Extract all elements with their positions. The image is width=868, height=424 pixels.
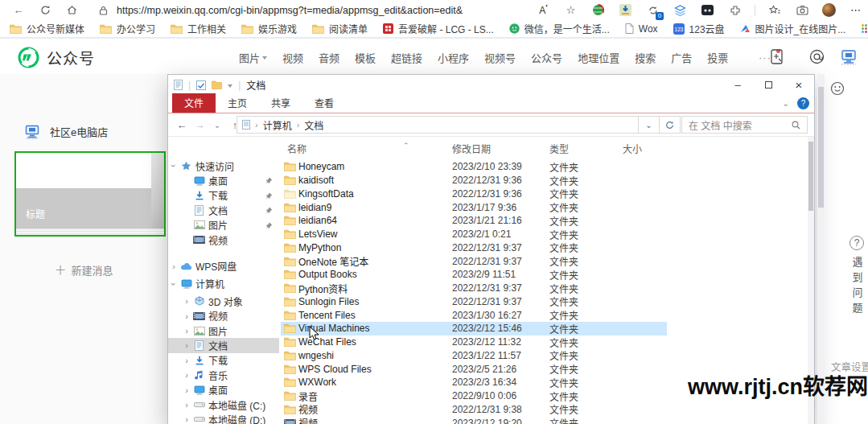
file-row[interactable]: 视频 2023/2/12 19:20 文件夹 xyxy=(281,416,807,424)
file-row[interactable]: Output Books 2023/2/9 11:51 文件夹 xyxy=(281,268,807,282)
refresh-address-icon[interactable] xyxy=(660,116,681,134)
settings-more-icon[interactable]: ⋯ xyxy=(848,2,863,18)
nav-item-11[interactable]: 投票 xyxy=(707,50,728,65)
favorite-star-icon[interactable]: ☆ xyxy=(563,2,578,18)
extensions-puzzle-icon[interactable] xyxy=(727,2,743,18)
home-icon[interactable] xyxy=(64,3,79,18)
bookmark-item[interactable]: 阅读清单 xyxy=(312,22,368,35)
tree-item[interactable]: › 本地磁盘 (C:) xyxy=(168,397,279,412)
bookmark-item[interactable]: 微信，是一个生活... xyxy=(509,22,610,35)
emoji-icon[interactable] xyxy=(830,81,845,96)
download-manager-icon[interactable] xyxy=(618,2,633,18)
tree-item[interactable]: › 文档 xyxy=(168,338,279,352)
file-row[interactable]: kaidisoft 2022/12/31 9:36 文件夹 xyxy=(281,174,807,187)
address-dropdown-caret[interactable]: ⌄ xyxy=(639,116,660,134)
tree-item[interactable]: › 视频 xyxy=(168,309,279,323)
bookmark-item[interactable]: 吾爱破解 - LCG - LS... xyxy=(383,22,494,35)
file-row[interactable]: Tencent Files 2023/1/30 16:27 文件夹 xyxy=(281,308,807,322)
address-bar[interactable]: https://mp.weixin.qq.com/cgi-bin/appmsg?… xyxy=(117,5,463,16)
tab-home[interactable]: 主页 xyxy=(216,93,259,113)
file-row[interactable]: MyPython 2022/12/31 9:37 文件夹 xyxy=(281,241,807,255)
nav-item-9[interactable]: 搜索 xyxy=(635,50,656,65)
tree-item[interactable]: 视频 xyxy=(168,233,279,247)
nav-item-2[interactable]: 音频 xyxy=(319,50,339,65)
file-row[interactable]: Sunlogin Files 2022/12/31 9:37 文件夹 xyxy=(281,295,807,309)
help-panel[interactable]: ? 遇到问题 xyxy=(846,236,867,318)
nav-item-1[interactable]: 视频 xyxy=(282,50,303,65)
breadcrumb-computer[interactable]: 计算机 xyxy=(263,118,292,132)
tree-chevron-icon[interactable]: › xyxy=(181,400,192,410)
profile-avatar[interactable] xyxy=(822,3,836,17)
file-row[interactable]: Honeycam 2023/2/10 23:39 文件夹 xyxy=(281,160,807,174)
col-type[interactable]: 类型 xyxy=(549,142,569,155)
refresh-icon[interactable] xyxy=(38,3,52,18)
file-row[interactable]: Virtual Machines 2023/2/12 15:46 文件夹 xyxy=(281,322,667,335)
bookmark-item[interactable]: 公众号新媒体 xyxy=(10,22,84,35)
file-row[interactable]: wngeshi 2023/1/22 11:57 文件夹 xyxy=(281,349,807,363)
tree-chevron-icon[interactable]: › xyxy=(181,296,192,306)
nav-item-4[interactable]: 超链接 xyxy=(391,50,422,65)
tree-item[interactable]: › 下载 xyxy=(168,353,279,368)
tree-item[interactable]: › 图片 xyxy=(168,323,279,338)
tree-item[interactable]: › 音乐 xyxy=(168,368,279,382)
file-row[interactable]: 视频 2022/12/31 9:38 文件夹 xyxy=(281,403,807,417)
nav-history-caret[interactable]: ⌄ xyxy=(208,121,226,130)
nav-back-icon[interactable]: ← xyxy=(173,119,191,131)
col-date[interactable]: 修改日期 xyxy=(452,142,491,155)
computer-client-icon[interactable] xyxy=(840,49,858,65)
new-message-button[interactable]: ＋新建消息 xyxy=(0,261,167,278)
bookmark-item[interactable]: 123 123云盘 xyxy=(673,22,725,35)
tree-chevron-icon[interactable]: › xyxy=(181,326,192,335)
newfolder-quick-icon[interactable] xyxy=(212,80,222,89)
file-row[interactable]: LetsView 2023/2/1 0:21 文件夹 xyxy=(281,228,807,241)
tree-chevron-icon[interactable]: › xyxy=(181,370,192,380)
tab-share[interactable]: 共享 xyxy=(259,93,302,113)
read-aloud-icon[interactable]: A❜ xyxy=(536,2,551,18)
tree-item[interactable]: 图片 xyxy=(168,218,279,233)
tab-file[interactable]: 文件 xyxy=(172,93,216,113)
tree-item[interactable]: 桌面 xyxy=(168,173,279,187)
tree-item[interactable]: › WPS网盘 xyxy=(168,258,279,273)
tree-item[interactable]: › 快速访问 xyxy=(168,158,279,173)
close-button[interactable]: × xyxy=(784,75,814,95)
col-size[interactable]: 大小 xyxy=(623,142,642,155)
bookmark-item[interactable]: 图片设计_在线图片... xyxy=(740,22,846,35)
nav-item-8[interactable]: 地理位置 xyxy=(578,50,619,65)
nav-item-5[interactable]: 小程序 xyxy=(438,50,469,65)
file-row[interactable]: OneNote 笔记本 2022/12/31 9:37 文件夹 xyxy=(281,254,807,268)
tree-item[interactable]: 文档 xyxy=(168,203,279,217)
browser-split-icon[interactable] xyxy=(700,2,715,18)
maximize-button[interactable] xyxy=(753,75,784,95)
help-icon[interactable]: ? xyxy=(797,97,809,109)
minimize-button[interactable]: – xyxy=(722,75,753,95)
nav-item-7[interactable]: 公众号 xyxy=(531,50,562,65)
tree-chevron-icon[interactable]: › xyxy=(181,385,192,395)
nav-item-10[interactable]: 广告 xyxy=(671,50,692,65)
tab-view[interactable]: 查看 xyxy=(302,93,346,113)
file-row[interactable]: Python资料 2022/12/31 9:37 文件夹 xyxy=(281,282,807,295)
ribbon-collapse-caret[interactable]: ⌄ xyxy=(783,99,789,108)
collections-layers-icon[interactable] xyxy=(673,2,688,18)
bookmark-item[interactable]: 快速上手微信云托... xyxy=(861,22,868,35)
file-row[interactable]: leidian64 2023/1/21 21:16 文件夹 xyxy=(281,214,807,228)
tree-chevron-icon[interactable]: › xyxy=(181,340,192,350)
tree-chevron-icon[interactable]: › xyxy=(181,311,192,321)
search-input[interactable]: 在 文档 中搜索 xyxy=(681,116,808,134)
tree-chevron-icon[interactable]: › xyxy=(181,356,192,365)
bookmark-item[interactable]: 工作相关 xyxy=(171,22,226,35)
quick-access-toolbar-caret[interactable] xyxy=(228,84,232,88)
file-row[interactable]: WeChat Files 2023/2/12 11:32 文件夹 xyxy=(281,335,807,349)
address-breadcrumb[interactable]: › 计算机 › 文档 xyxy=(237,116,639,134)
bookmark-item[interactable]: 办公学习 xyxy=(100,22,155,35)
nav-more[interactable]: ··· xyxy=(759,51,771,64)
file-row[interactable]: KingsoftData 2022/12/31 9:36 文件夹 xyxy=(281,187,807,201)
tree-chevron-icon[interactable]: › xyxy=(168,279,179,289)
tree-item[interactable]: › 桌面 xyxy=(168,382,279,397)
account-protect-icon[interactable] xyxy=(809,49,825,64)
account-row[interactable]: 社区e电脑店 xyxy=(24,124,108,139)
properties-quick-icon[interactable] xyxy=(196,80,206,90)
nav-item-6[interactable]: 视频号 xyxy=(484,50,516,65)
lock-icon[interactable] xyxy=(96,3,110,18)
col-name[interactable]: 名称 xyxy=(287,142,306,155)
breadcrumb-documents[interactable]: 文档 xyxy=(304,118,323,132)
